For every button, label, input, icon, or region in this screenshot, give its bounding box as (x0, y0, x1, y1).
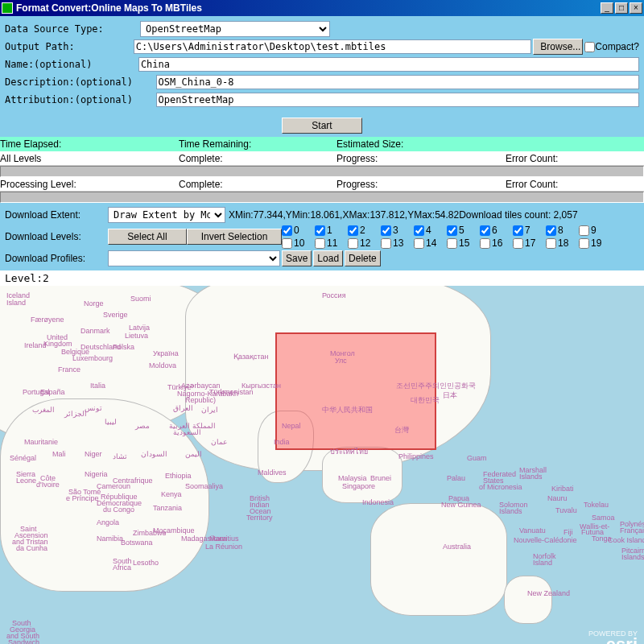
level-check-4[interactable]: 4 (414, 224, 447, 237)
level-check-15[interactable]: 15 (447, 237, 480, 250)
close-button[interactable]: × (630, 2, 642, 14)
level-check-18[interactable]: 18 (546, 237, 579, 250)
level-checkbox-11[interactable] (315, 238, 325, 249)
map-label: Ethiopia (165, 473, 192, 480)
level-checkbox-0[interactable] (282, 225, 292, 236)
name-input[interactable] (138, 57, 639, 72)
delete-profile-button[interactable]: Delete (345, 250, 381, 266)
level-check-12[interactable]: 12 (348, 237, 381, 250)
level-checkbox-7[interactable] (513, 225, 523, 236)
level-checkbox-9[interactable] (579, 225, 589, 236)
map-label: الجزائر (64, 411, 87, 418)
map-label: Islands (499, 508, 522, 515)
map-label: Danmark (80, 328, 110, 335)
output-path-label: Output Path: (5, 41, 134, 52)
data-source-select[interactable]: OpenStreetMap (140, 21, 330, 37)
attribution-input[interactable] (156, 93, 639, 107)
level-check-0[interactable]: 0 (282, 224, 315, 237)
description-input[interactable] (156, 75, 639, 89)
map-label: 대한민국 (411, 397, 440, 404)
extent-rectangle[interactable] (275, 332, 436, 450)
level-check-1[interactable]: 1 (315, 224, 348, 237)
output-path-input[interactable] (134, 39, 532, 54)
progress-label-1: Progress: (336, 153, 506, 164)
processing-level-row: Processing Level: Complete: Progress: Er… (0, 177, 644, 192)
browse-button[interactable]: Browse... (533, 39, 583, 55)
minimize-button[interactable]: _ (601, 2, 613, 14)
level-check-6[interactable]: 6 (480, 224, 513, 237)
profiles-select[interactable] (108, 250, 280, 266)
map-label: Republic) (185, 397, 216, 404)
tiles-count: Download tiles count: 2,057 (459, 209, 577, 221)
description-label: Description:(optional) (5, 76, 156, 88)
level-checkbox-5[interactable] (447, 225, 457, 236)
level-check-10[interactable]: 10 (282, 237, 315, 250)
level-checkbox-18[interactable] (546, 238, 556, 249)
map-label: New Zealand (527, 590, 570, 597)
progress-label-2: Progress: (336, 179, 506, 190)
error-count-label-2: Error Count: (506, 179, 644, 190)
download-panel: Download Extent: Draw Extent by Mouse XM… (0, 203, 644, 270)
map-label: du Congo (103, 506, 134, 514)
map-label: Moldova (149, 362, 176, 369)
map-label: Россия (322, 292, 346, 299)
esri-logo: POWERED BY esri (588, 630, 638, 644)
level-checkbox-15[interactable] (447, 238, 457, 249)
map-label: Қазақстан (233, 353, 269, 361)
map-view[interactable]: РоссияIcelandIslandFærøyeneNorgeSuomiSve… (0, 286, 644, 644)
map-label: Mauritius (209, 535, 239, 543)
map-label: Australia (443, 543, 471, 551)
level-check-13[interactable]: 13 (381, 237, 414, 250)
level-check-19[interactable]: 19 (579, 237, 612, 250)
map-label: Island (6, 299, 26, 307)
level-checkbox-12[interactable] (348, 238, 358, 249)
map-label: Mali (52, 451, 66, 458)
map-label: Latvija (129, 324, 150, 332)
load-profile-button[interactable]: Load (313, 250, 343, 266)
map-label: ประเทศไทย (330, 448, 368, 456)
compact-checkbox[interactable] (584, 42, 595, 52)
start-button[interactable]: Start (282, 118, 362, 134)
level-checkbox-19[interactable] (579, 238, 589, 249)
map-label: Indonesia (362, 499, 394, 506)
level-check-9[interactable]: 9 (579, 224, 612, 237)
map-label: Française (620, 527, 644, 535)
level-check-5[interactable]: 5 (447, 224, 480, 237)
level-check-16[interactable]: 16 (480, 237, 513, 250)
map-label: of Micronesia (479, 484, 522, 491)
level-check-17[interactable]: 17 (513, 237, 546, 250)
level-checkbox-14[interactable] (414, 238, 424, 249)
map-label: Suomi (130, 295, 151, 303)
map-label: Fiji (564, 529, 573, 536)
map-label: Sverige (103, 312, 128, 319)
select-all-button[interactable]: Select All (108, 229, 187, 245)
level-checkbox-3[interactable] (381, 225, 391, 236)
maximize-button[interactable]: □ (615, 2, 628, 14)
level-checkbox-13[interactable] (381, 238, 391, 249)
invert-selection-button[interactable]: Invert Selection (187, 229, 282, 245)
level-check-14[interactable]: 14 (414, 237, 447, 250)
zoom-level-indicator: Level:2 (0, 270, 644, 286)
level-checkbox-1[interactable] (315, 225, 325, 236)
compact-checkbox-label[interactable]: Compact? (584, 41, 639, 52)
map-label: Norge (84, 300, 104, 308)
level-checkbox-10[interactable] (282, 238, 292, 249)
map-label: Singapore (342, 483, 375, 490)
level-checkbox-16[interactable] (480, 238, 490, 249)
map-label: Nepal (282, 423, 301, 430)
map-label: Lesotho (133, 559, 159, 567)
map-label: Mauritanie (24, 439, 58, 446)
level-check-7[interactable]: 7 (513, 224, 546, 237)
extent-mode-select[interactable]: Draw Extent by Mouse (108, 207, 225, 223)
level-check-8[interactable]: 8 (546, 224, 579, 237)
level-check-3[interactable]: 3 (381, 224, 414, 237)
level-checkbox-4[interactable] (414, 225, 424, 236)
save-profile-button[interactable]: Save (282, 250, 312, 266)
level-check-11[interactable]: 11 (315, 237, 348, 250)
level-check-2[interactable]: 2 (348, 224, 381, 237)
level-checkbox-2[interactable] (348, 225, 358, 236)
level-checkbox-6[interactable] (480, 225, 490, 236)
map-label: Tuvalu (555, 507, 577, 514)
level-checkbox-8[interactable] (546, 225, 556, 236)
level-checkbox-17[interactable] (513, 238, 523, 249)
